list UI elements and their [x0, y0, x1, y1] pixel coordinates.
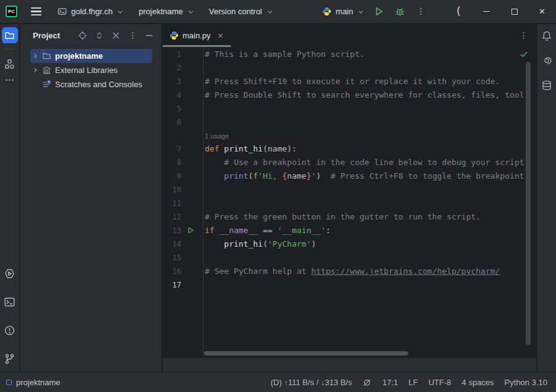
- code-text: def print_hi(name):: [203, 142, 297, 156]
- exclamation-circle-icon: [4, 325, 15, 336]
- code-line-17: 17: [163, 278, 536, 292]
- tree-item-label: Scratches and Consoles: [55, 80, 142, 89]
- database-button[interactable]: [541, 80, 552, 91]
- git-tool-window-button[interactable]: [2, 351, 18, 367]
- gutter: [181, 142, 203, 156]
- code-text: [203, 278, 205, 292]
- terminal-tool-window-button[interactable]: [2, 294, 18, 310]
- network-transfer[interactable]: (D) ↑111 B/s / ↓313 B/s: [271, 378, 353, 387]
- title-bar: PC gold.fhgr.ch projektname Version cont…: [0, 0, 556, 23]
- tree-item-label: External Libraries: [55, 66, 118, 75]
- hide-panel-button[interactable]: [145, 31, 154, 40]
- usages-inlay-hint[interactable]: 1 usage: [163, 129, 536, 142]
- chevron-right-icon[interactable]: [32, 52, 42, 60]
- code-text: print(f'Hi, {name}') # Press Ctrl+F8 to …: [203, 169, 524, 183]
- inspections-widget[interactable]: [362, 378, 372, 387]
- chevron-right-icon[interactable]: [32, 66, 42, 74]
- tree-item-projektname[interactable]: projektname: [30, 49, 152, 63]
- expand-all-button[interactable]: [95, 31, 104, 40]
- code-line-12: 12# Press the green button in the gutter…: [163, 210, 536, 224]
- editor-options-button[interactable]: [519, 31, 528, 40]
- project-tool-window-button[interactable]: [2, 27, 18, 43]
- maximize-button[interactable]: [500, 0, 528, 23]
- gutter: [181, 210, 203, 224]
- tab-label: main.py: [182, 31, 211, 40]
- python-icon: [169, 31, 179, 40]
- pycharm-window: PC gold.fhgr.ch projektname Version cont…: [0, 0, 556, 392]
- file-encoding[interactable]: UTF-8: [429, 378, 451, 387]
- gutter: [181, 116, 203, 129]
- vcs-widget[interactable]: Version control: [205, 3, 277, 20]
- code-line-9: 9 print(f'Hi, {name}') # Press Ctrl+F8 t…: [163, 169, 536, 183]
- line-number: 12: [163, 210, 181, 224]
- line-number: 4: [163, 88, 181, 102]
- run-tool-window-button[interactable]: [2, 265, 18, 281]
- main-menu-button[interactable]: [31, 7, 41, 16]
- code-text: # Press the green button in the gutter t…: [203, 210, 481, 224]
- debug-button[interactable]: [389, 3, 410, 20]
- left-tool-stripe: [0, 24, 20, 372]
- more-actions-button[interactable]: [410, 3, 431, 20]
- panel-options-button[interactable]: [128, 31, 137, 40]
- project-selector[interactable]: projektname: [135, 3, 198, 20]
- code-line-3: 3# Press Shift+F10 to execute it or repl…: [163, 75, 536, 88]
- notifications-button[interactable]: [541, 30, 552, 41]
- line-number: 11: [163, 197, 181, 210]
- collapse-all-button[interactable]: [111, 31, 121, 40]
- run-button[interactable]: [368, 3, 389, 20]
- line-separator[interactable]: LF: [409, 378, 418, 387]
- vertical-scrollbar[interactable]: [526, 62, 531, 345]
- code-text: # See PyCharm help at https://www.jetbra…: [203, 265, 500, 278]
- circle-slash-icon: [362, 378, 372, 387]
- maximize-icon: [511, 9, 518, 15]
- code-line-7: 7def print_hi(name):: [163, 142, 536, 156]
- python-interpreter[interactable]: Python 3.10: [505, 378, 547, 387]
- code-line-1: 1# This is a sample Python script.: [163, 48, 536, 61]
- git-branch-icon: [4, 353, 15, 365]
- ai-assistant-button[interactable]: [541, 55, 552, 66]
- host-label: gold.fhgr.ch: [71, 7, 113, 16]
- indentation[interactable]: 4 spaces: [462, 378, 494, 387]
- code-line-8: 8 # Use a breakpoint in the code line be…: [163, 156, 536, 169]
- minimize-button[interactable]: [473, 0, 500, 23]
- caret-position[interactable]: 17:1: [382, 378, 398, 387]
- python-icon: [322, 7, 331, 16]
- bug-icon: [395, 6, 405, 17]
- ellipsis-icon: [4, 75, 15, 85]
- tab-close-icon[interactable]: ✕: [218, 32, 224, 40]
- inspection-check-icon[interactable]: [520, 50, 528, 59]
- gutter: [181, 197, 203, 210]
- tab-main-py[interactable]: main.py ✕: [163, 24, 231, 47]
- project-status-widget[interactable]: projektname: [6, 378, 61, 387]
- line-number: 2: [163, 61, 181, 75]
- kebab-menu-icon: [416, 7, 426, 16]
- locate-file-button[interactable]: [78, 31, 87, 40]
- tree-item-external-libraries[interactable]: External Libraries: [30, 63, 152, 77]
- horizontal-scrollbar[interactable]: [204, 351, 408, 356]
- crescent-icon[interactable]: (: [445, 0, 473, 23]
- gutter: [181, 48, 203, 61]
- status-widgets: (D) ↑111 B/s / ↓313 B/s17:1LFUTF-84 spac…: [271, 378, 548, 387]
- code-text: # Press Shift+F10 to execute it or repla…: [203, 75, 500, 88]
- gutter: [181, 61, 203, 75]
- library-icon: [42, 66, 55, 75]
- line-number: 7: [163, 142, 181, 156]
- remote-host-selector[interactable]: gold.fhgr.ch: [54, 3, 127, 20]
- project-selector-label: projektname: [139, 7, 183, 16]
- project-tool-window: Project projektnameExternal LibrariesScr…: [20, 24, 162, 372]
- run-configuration-selector[interactable]: main: [319, 3, 368, 20]
- minimize-icon: [483, 11, 490, 12]
- line-number: 13: [163, 224, 181, 237]
- more-tool-windows-button[interactable]: [2, 72, 18, 88]
- structure-tool-window-button[interactable]: [2, 56, 18, 72]
- scratches-icon: [42, 80, 55, 89]
- code-line-14: 14 print_hi('PyCharm'): [163, 237, 536, 251]
- code-editor[interactable]: 1# This is a sample Python script.23# Pr…: [163, 47, 536, 357]
- gutter-run-icon[interactable]: [181, 224, 203, 237]
- vcs-label: Version control: [209, 7, 262, 16]
- structure-icon: [4, 59, 15, 69]
- folder-icon: [42, 51, 55, 61]
- tree-item-scratches-and-consoles[interactable]: Scratches and Consoles: [30, 77, 152, 92]
- close-button[interactable]: ✕: [528, 0, 556, 23]
- problems-tool-window-button[interactable]: [2, 322, 18, 338]
